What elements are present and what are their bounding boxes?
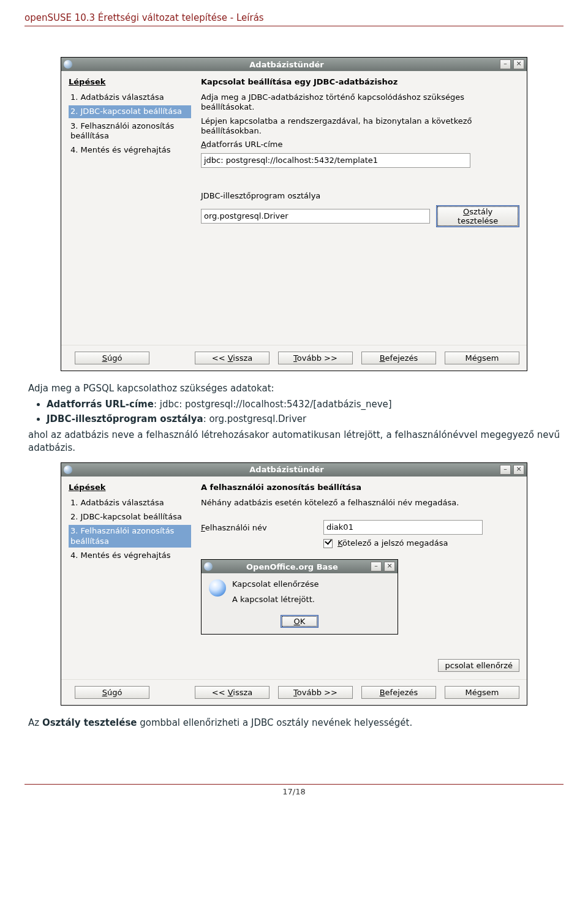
- back-button[interactable]: << Vissza: [195, 686, 270, 699]
- section-heading: Kapcsolat beállítása egy JDBC-adatbázish…: [201, 77, 519, 86]
- dialog-text: A kapcsolat létrejött.: [232, 595, 319, 604]
- screenshot-user-auth: Adatbázistündér – × Lépések 1. Adatbázis…: [61, 462, 527, 706]
- app-icon: [204, 562, 213, 571]
- close-button[interactable]: ×: [384, 562, 395, 571]
- page-footer: 17/18: [24, 784, 564, 796]
- minimize-button[interactable]: –: [500, 465, 511, 475]
- connection-test-dialog: OpenOffice.org Base – × Kapcsolat ellenő…: [201, 559, 398, 635]
- driver-label: JDBC-illesztőprogram osztálya: [201, 191, 519, 201]
- window-titlebar: Adatbázistündér – ×: [61, 463, 527, 477]
- instruction-text: Adja meg a JDBC-adatbázishoz történő kap…: [201, 92, 519, 113]
- wizard-step[interactable]: 1. Adatbázis választása: [69, 497, 191, 509]
- test-connection-button[interactable]: pcsolat ellenőrzé: [438, 659, 519, 672]
- steps-heading: Lépések: [69, 483, 191, 492]
- wizard-step[interactable]: 2. JDBC-kapcsolat beállítása: [69, 105, 191, 118]
- back-button[interactable]: << Vissza: [195, 352, 270, 364]
- finish-button[interactable]: Befejezés: [361, 686, 436, 699]
- wizard-step[interactable]: 4. Mentés és végrehajtás: [69, 549, 191, 562]
- wizard-button-bar: Súgó << Vissza Tovább >> Befejezés Mégse…: [61, 345, 527, 371]
- minimize-button[interactable]: –: [500, 59, 511, 69]
- next-button[interactable]: Tovább >>: [278, 686, 353, 699]
- datasource-url-input[interactable]: jdbc: postgresql://localhost:5432/templa…: [201, 153, 470, 168]
- screenshot-jdbc-setup: Adatbázistündér – × Lépések 1. Adatbázis…: [61, 57, 527, 371]
- wizard-button-bar: Súgó << Vissza Tovább >> Befejezés Mégse…: [61, 679, 527, 705]
- dialog-title: OpenOffice.org Base: [216, 562, 368, 571]
- cancel-button[interactable]: Mégsem: [445, 352, 519, 364]
- close-button[interactable]: ×: [513, 59, 524, 69]
- wizard-step[interactable]: 2. JDBC-kapcsolat beállítása: [69, 511, 191, 523]
- section-heading: A felhasználói azonosítás beállítása: [201, 483, 519, 492]
- minimize-button[interactable]: –: [371, 562, 382, 571]
- close-button[interactable]: ×: [513, 465, 524, 475]
- info-icon: [209, 579, 226, 597]
- next-button[interactable]: Tovább >>: [278, 352, 353, 364]
- wizard-step[interactable]: 3. Felhasználói azonosítás beállítása: [69, 525, 191, 548]
- bullet-item: JDBC-illesztőprogram osztálya: org.postg…: [47, 413, 560, 425]
- window-titlebar: Adatbázistündér – ×: [61, 58, 527, 71]
- driver-class-input[interactable]: org.postgresql.Driver: [201, 209, 430, 224]
- cancel-button[interactable]: Mégsem: [445, 686, 519, 699]
- checkbox-icon: [323, 539, 333, 548]
- steps-heading: Lépések: [69, 77, 191, 86]
- window-title: Adatbázistündér: [76, 465, 497, 474]
- username-input[interactable]: diak01: [323, 520, 483, 535]
- ok-button[interactable]: OK: [281, 615, 318, 628]
- dialog-text: Kapcsolat ellenőrzése: [232, 579, 319, 589]
- description-block: Az Osztály tesztelése gombbal ellenőrizh…: [28, 717, 560, 729]
- password-required-checkbox[interactable]: Kötelező a jelszó megadása: [323, 538, 519, 548]
- app-icon: [64, 60, 72, 69]
- help-button[interactable]: Súgó: [75, 352, 149, 364]
- url-label: Adatforrás URL-címe: [201, 140, 519, 149]
- description-block: Adja meg a PGSQL kapcsolathoz szükséges …: [28, 382, 560, 454]
- instruction-text: Lépjen kapcsolatba a rendszergazdával, h…: [201, 116, 519, 137]
- test-class-button[interactable]: Osztály tesztelése: [436, 205, 519, 227]
- document-header: openSUSE 10.3 Érettségi változat telepít…: [24, 12, 564, 26]
- help-button[interactable]: Súgó: [75, 686, 149, 699]
- wizard-step[interactable]: 4. Mentés és végrehajtás: [69, 144, 191, 156]
- wizard-step[interactable]: 1. Adatbázis választása: [69, 91, 191, 104]
- window-title: Adatbázistündér: [76, 60, 497, 69]
- app-icon: [64, 465, 72, 474]
- bullet-item: Adatforrás URL-címe: jdbc: postgresql://…: [47, 398, 560, 410]
- wizard-step[interactable]: 3. Felhasználói azonosítás beállítása: [69, 120, 191, 143]
- finish-button[interactable]: Befejezés: [361, 352, 436, 364]
- instruction-text: Néhány adatbázis esetén kötelező a felha…: [201, 498, 519, 508]
- username-label: Felhasználói név: [201, 523, 323, 532]
